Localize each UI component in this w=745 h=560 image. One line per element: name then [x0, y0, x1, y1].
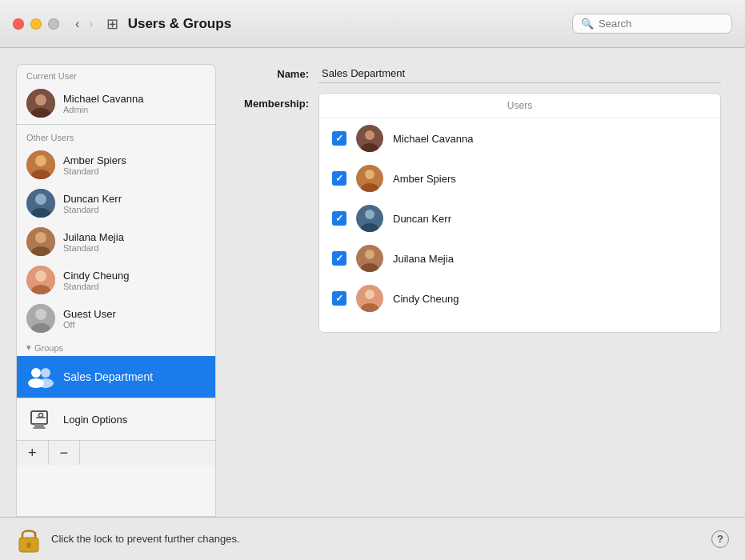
search-input[interactable]: [599, 18, 723, 30]
help-button[interactable]: ?: [711, 530, 729, 548]
main-content: Current User Michael Cavanna Admin Other…: [0, 48, 745, 517]
member-checkbox-juilana[interactable]: ✓: [332, 251, 346, 266]
member-row: ✓ Amber Spiers: [319, 158, 720, 198]
traffic-lights: [13, 18, 59, 30]
sidebar: Current User Michael Cavanna Admin Other…: [16, 64, 216, 517]
amber-name: Amber Spiers: [63, 154, 126, 166]
membership-row: Membership: Users ✓ Michael Cavanna: [229, 93, 729, 517]
sidebar-item-login-options[interactable]: Login Options: [17, 398, 215, 440]
membership-label: Membership:: [237, 93, 309, 110]
juilana-name: Juilana Mejia: [63, 231, 124, 243]
member-avatar: [356, 205, 383, 232]
member-avatar: [356, 285, 383, 312]
sidebar-bottom-buttons: + −: [17, 440, 215, 465]
duncan-name: Duncan Kerr: [63, 193, 122, 205]
juilana-text: Juilana Mejia Standard: [63, 231, 124, 253]
member-row: ✓ Michael Cavanna: [319, 118, 720, 158]
sidebar-item-duncan[interactable]: Duncan Kerr Standard: [17, 184, 215, 222]
lock-text: Click the lock to prevent further change…: [51, 533, 711, 545]
svg-point-19: [41, 368, 50, 378]
minimize-button[interactable]: [30, 18, 42, 30]
juilana-role: Standard: [63, 243, 124, 253]
sidebar-item-sales-department[interactable]: Sales Department: [17, 356, 215, 398]
sales-dept-name: Sales Department: [63, 370, 153, 383]
member-checkbox-cindy[interactable]: ✓: [332, 291, 346, 306]
name-label: Name:: [237, 68, 309, 80]
current-user-header: Current User: [17, 65, 215, 84]
name-value: Sales Department: [318, 64, 721, 83]
titlebar: ‹ › ⊞ Users & Groups 🔍: [0, 0, 745, 48]
member-name: Juilana Mejia: [393, 253, 454, 265]
member-avatar: [356, 165, 383, 192]
svg-point-10: [35, 232, 46, 243]
close-button[interactable]: [13, 18, 24, 30]
member-row: ✓ Duncan Kerr: [319, 198, 720, 238]
cindy-name: Cindy Cheung: [63, 270, 129, 282]
svg-point-16: [35, 309, 46, 320]
svg-point-21: [38, 378, 54, 388]
svg-point-33: [365, 210, 375, 219]
guest-role: Off: [63, 320, 116, 330]
member-avatar: [356, 125, 383, 152]
groups-header[interactable]: ▾ Groups: [17, 338, 215, 356]
grid-icon[interactable]: ⊞: [106, 15, 118, 33]
duncan-role: Standard: [63, 205, 122, 214]
login-options-icon: [26, 405, 55, 434]
svg-point-25: [39, 414, 43, 418]
member-checkbox-duncan[interactable]: ✓: [332, 211, 346, 226]
svg-point-13: [35, 270, 46, 282]
group-icon: [26, 362, 55, 391]
member-name: Michael Cavanna: [393, 133, 473, 145]
forward-button[interactable]: ›: [86, 15, 96, 33]
name-row: Name: Sales Department: [229, 64, 729, 83]
add-button[interactable]: +: [17, 441, 49, 465]
avatar: [26, 189, 55, 218]
svg-rect-43: [28, 545, 30, 548]
other-users-header: Other Users: [17, 126, 215, 146]
sidebar-item-guest[interactable]: Guest User Off: [17, 299, 215, 338]
svg-point-30: [365, 170, 375, 179]
users-header: Users: [319, 94, 720, 118]
svg-point-7: [35, 194, 46, 205]
guest-avatar: [26, 304, 55, 333]
page-title: Users & Groups: [128, 16, 572, 32]
current-user-text: Michael Cavanna Admin: [63, 93, 143, 114]
svg-rect-24: [33, 427, 46, 429]
member-checkbox-amber[interactable]: ✓: [332, 171, 346, 186]
nav-arrows: ‹ ›: [72, 15, 97, 33]
sidebar-item-current-user[interactable]: Michael Cavanna Admin: [17, 84, 215, 122]
sidebar-item-amber[interactable]: Amber Spiers Standard: [17, 146, 215, 184]
svg-point-27: [365, 130, 375, 140]
divider: [17, 124, 215, 125]
sidebar-item-juilana[interactable]: Juilana Mejia Standard: [17, 222, 215, 261]
avatar: [26, 89, 55, 118]
back-button[interactable]: ‹: [72, 15, 82, 33]
svg-point-36: [365, 250, 375, 259]
right-panel: Name: Sales Department Membership: Users…: [229, 64, 729, 517]
lock-icon[interactable]: [16, 525, 42, 554]
svg-point-4: [35, 155, 46, 166]
guest-text: Guest User Off: [63, 308, 116, 330]
svg-point-1: [35, 94, 46, 106]
member-row: ✓ Juilana Mejia: [319, 238, 720, 278]
guest-name: Guest User: [63, 308, 116, 320]
maximize-button[interactable]: [48, 18, 59, 30]
avatar: [26, 150, 55, 179]
bottom-bar: Click the lock to prevent further change…: [0, 517, 745, 560]
chevron-down-icon: ▾: [26, 342, 31, 353]
member-avatar: [356, 245, 383, 272]
member-name: Duncan Kerr: [393, 213, 451, 225]
login-options-label: Login Options: [63, 414, 127, 426]
avatar: [26, 266, 55, 294]
member-name: Cindy Cheung: [393, 293, 459, 305]
remove-button[interactable]: −: [49, 441, 81, 465]
search-box: 🔍: [572, 14, 732, 34]
member-checkbox-michael[interactable]: ✓: [332, 131, 346, 146]
avatar: [26, 227, 55, 256]
current-user-role: Admin: [63, 105, 143, 114]
duncan-text: Duncan Kerr Standard: [63, 193, 122, 214]
current-user-name: Michael Cavanna: [63, 93, 143, 105]
membership-box: Users ✓ Michael Cavanna: [318, 93, 721, 333]
cindy-role: Standard: [63, 282, 129, 291]
sidebar-item-cindy[interactable]: Cindy Cheung Standard: [17, 261, 215, 299]
